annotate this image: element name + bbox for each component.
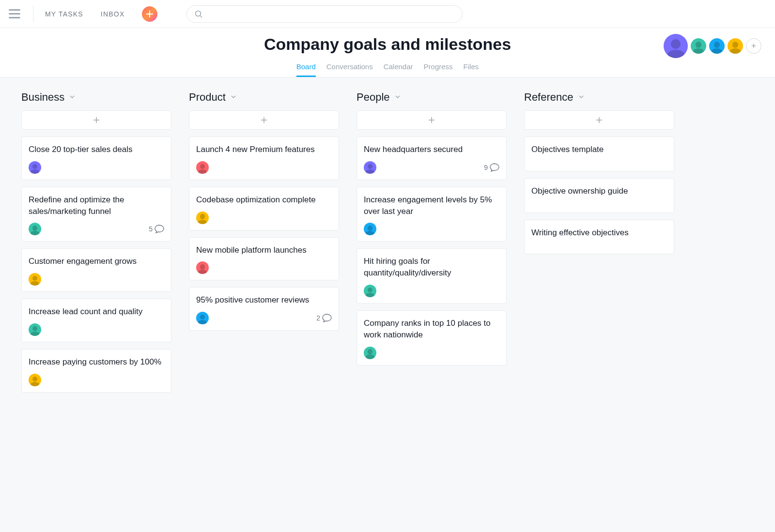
board-column: ReferenceObjectives templateObjective ow… (524, 91, 674, 261)
nav-my-tasks[interactable]: MY TASKS (45, 10, 83, 18)
card[interactable]: Hit hiring goals for quantity/quality/di… (356, 248, 507, 304)
card[interactable]: Objectives template (524, 137, 674, 171)
card[interactable]: 95% positive customer reviews2 (189, 287, 339, 331)
menu-icon[interactable] (8, 7, 21, 21)
assignee-avatar[interactable] (364, 285, 376, 297)
assignee-avatar[interactable] (29, 273, 41, 286)
avatar[interactable] (664, 34, 688, 58)
svg-line-1 (201, 15, 202, 17)
card[interactable]: Increase engagement levels by 5% over la… (356, 187, 507, 242)
plus-icon (146, 11, 153, 17)
card-footer (196, 161, 332, 174)
card-title: Close 20 top-tier sales deals (29, 144, 164, 155)
card-footer (196, 261, 332, 274)
card[interactable]: Increase paying customers by 100% (21, 349, 171, 393)
chevron-down-icon (395, 94, 401, 100)
assignee-avatar[interactable] (364, 347, 376, 359)
project-members: + (664, 34, 761, 58)
avatar[interactable] (709, 38, 725, 54)
assignee-avatar[interactable] (196, 161, 209, 174)
card[interactable]: Writing effective objectives (524, 220, 674, 255)
assignee-avatar[interactable] (196, 212, 209, 224)
add-member-button[interactable]: + (746, 38, 761, 54)
card-title: Writing effective objectives (531, 227, 667, 239)
chevron-down-icon (69, 94, 75, 100)
assignee-avatar[interactable] (29, 323, 41, 336)
column-header[interactable]: Reference (524, 91, 674, 104)
chevron-down-icon (578, 94, 584, 100)
tab-calendar[interactable]: Calendar (384, 62, 413, 77)
assignee-avatar[interactable] (364, 223, 376, 235)
add-card-button[interactable] (356, 110, 507, 130)
chevron-down-icon (231, 94, 236, 100)
add-card-button[interactable] (21, 110, 171, 130)
avatar[interactable] (691, 38, 706, 54)
comment-count[interactable]: 9 (484, 163, 499, 172)
tab-board[interactable]: Board (296, 62, 316, 77)
top-bar: MY TASKS INBOX (0, 0, 775, 28)
card[interactable]: Codebase optimization complete (189, 187, 339, 230)
card[interactable]: Objective ownership guide (524, 178, 674, 213)
card-footer (29, 273, 164, 286)
card-footer: 5 (29, 223, 164, 235)
card-title: Company ranks in top 10 places to work n… (364, 318, 499, 341)
add-card-button[interactable] (189, 110, 339, 130)
search-input[interactable] (206, 10, 454, 18)
column-header[interactable]: Business (21, 91, 171, 104)
card-title: Objectives template (531, 144, 667, 155)
column-title: Product (189, 91, 226, 104)
card-footer (364, 285, 499, 297)
card-title: New mobile platform launches (196, 244, 332, 256)
board-column: ProductLaunch 4 new Premium featuresCode… (189, 91, 339, 337)
card[interactable]: New mobile platform launches (189, 237, 339, 281)
board: BusinessClose 20 top-tier sales dealsRed… (0, 77, 775, 532)
add-button[interactable] (142, 6, 157, 22)
card-footer (29, 374, 164, 386)
assignee-avatar[interactable] (29, 161, 41, 174)
assignee-avatar[interactable] (196, 261, 209, 274)
column-title: Business (21, 91, 64, 104)
tab-conversations[interactable]: Conversations (326, 62, 373, 77)
column-header[interactable]: People (356, 91, 507, 104)
column-title: Reference (524, 91, 574, 104)
card-title: Redefine and optimize the sales/marketin… (29, 194, 164, 217)
search-icon (195, 10, 202, 18)
add-card-button[interactable] (524, 110, 674, 130)
card-title: Customer engagement grows (29, 256, 164, 267)
comment-icon (155, 225, 164, 233)
avatar[interactable] (728, 38, 743, 54)
plus-icon (93, 117, 100, 123)
search-field[interactable] (186, 5, 463, 23)
card[interactable]: Customer engagement grows (21, 248, 171, 292)
assignee-avatar[interactable] (29, 374, 41, 386)
assignee-avatar[interactable] (29, 223, 41, 235)
comment-count[interactable]: 5 (149, 225, 164, 233)
card[interactable]: Increase lead count and quality (21, 299, 171, 342)
card-title: New headquarters secured (364, 144, 499, 155)
card[interactable]: Close 20 top-tier sales deals (21, 137, 171, 180)
card-title: Hit hiring goals for quantity/quality/di… (364, 256, 499, 279)
card[interactable]: Redefine and optimize the sales/marketin… (21, 187, 171, 242)
plus-icon (261, 117, 267, 123)
card-title: 95% positive customer reviews (196, 294, 332, 306)
card-footer (196, 212, 332, 224)
assignee-avatar[interactable] (364, 161, 376, 174)
card[interactable]: New headquarters secured9 (356, 137, 507, 180)
tab-files[interactable]: Files (464, 62, 479, 77)
card-footer (364, 347, 499, 359)
card-footer (29, 161, 164, 174)
card-title: Codebase optimization complete (196, 194, 332, 206)
card[interactable]: Launch 4 new Premium features (189, 137, 339, 180)
board-column: BusinessClose 20 top-tier sales dealsRed… (21, 91, 171, 399)
plus-icon (428, 117, 435, 123)
comment-count[interactable]: 2 (316, 314, 332, 322)
column-header[interactable]: Product (189, 91, 339, 104)
assignee-avatar[interactable] (196, 312, 209, 324)
project-title: Company goals and milestones (0, 28, 775, 54)
svg-point-0 (196, 11, 201, 16)
tab-progress[interactable]: Progress (424, 62, 453, 77)
card[interactable]: Company ranks in top 10 places to work n… (356, 310, 507, 365)
project-tabs: Board Conversations Calendar Progress Fi… (0, 62, 775, 77)
plus-icon (596, 117, 603, 123)
nav-inbox[interactable]: INBOX (101, 10, 125, 18)
